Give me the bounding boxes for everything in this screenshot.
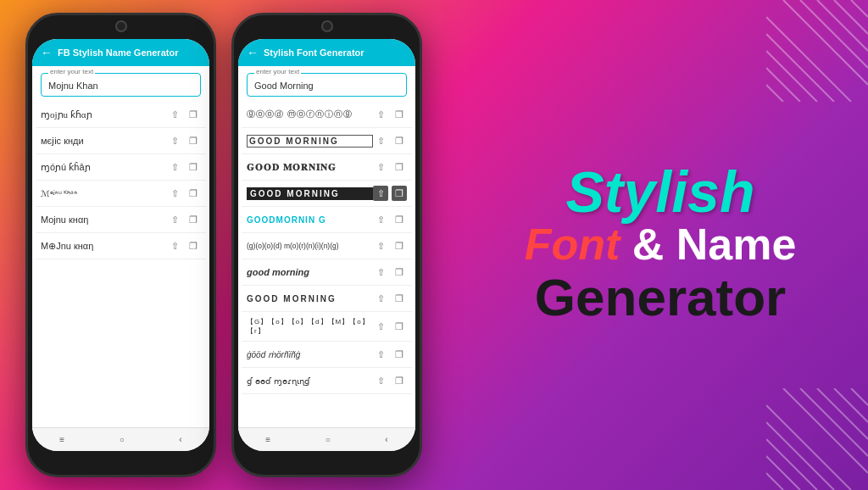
share-icon[interactable]: ⇧ (373, 291, 388, 306)
phone-1-bottom-nav: ≡ ○ ‹ (32, 427, 209, 451)
copy-icon[interactable]: ❐ (392, 186, 407, 201)
phone-2-input-label: enter your text (254, 68, 301, 75)
font-actions: ⇧ ❐ (373, 238, 407, 253)
font-display-teal: GOODMORNIN G (247, 215, 373, 225)
brand-and-name: & Name (632, 220, 797, 269)
font-actions: ⇧ ❐ (167, 186, 201, 201)
share-icon[interactable]: ⇧ (373, 159, 388, 175)
list-item: Mojnu кнαη ⇧ ❐ (36, 207, 206, 233)
menu-icon[interactable]: ≡ (265, 435, 270, 444)
menu-icon[interactable]: ≡ (59, 435, 64, 444)
brand-line1: Stylish (504, 163, 817, 220)
font-actions: ⇧ ❐ (373, 133, 407, 148)
share-icon[interactable]: ⇧ (373, 133, 388, 148)
font-actions: ⇧ ❐ (167, 133, 201, 148)
svg-line-19 (766, 473, 783, 490)
share-icon[interactable]: ⇧ (167, 159, 182, 175)
share-icon[interactable]: ⇧ (167, 107, 182, 122)
copy-icon[interactable]: ❐ (186, 107, 201, 122)
font-actions: ⇧ ❐ (167, 238, 201, 253)
phone-1-back-arrow[interactable]: ← (41, 46, 53, 59)
brand-font-word: Font (525, 220, 620, 269)
list-item: GOOD MORNING ⇧ ❐ (242, 128, 412, 154)
phone-2-camera (321, 20, 333, 32)
font-display-fancy2: ɠ ɵɵɗ ɱɵɾɳɩɳɠ (247, 376, 373, 386)
share-icon[interactable]: ⇧ (373, 373, 388, 388)
phone-2-font-list: ⓖⓞⓞⓓ ⓜⓞⓡⓝⓘⓝⓖ ⇧ ❐ GOOD MORNING ⇧ ❐ 𝐆𝐎𝐎𝐃 𝐌… (238, 102, 415, 427)
list-item: GOODMORNIN G ⇧ ❐ (242, 207, 412, 233)
phone-2-bottom-nav: ≡ ○ ‹ (238, 427, 415, 451)
share-icon[interactable]: ⇧ (167, 186, 182, 201)
share-icon[interactable]: ⇧ (167, 133, 182, 148)
list-item: мєϳiс кнди ⇧ ❐ (36, 128, 206, 154)
list-item: ġööd ṁörñïñġ ⇧ ❐ (242, 342, 412, 368)
share-icon[interactable]: ⇧ (373, 264, 388, 280)
svg-line-6 (766, 34, 834, 102)
home-icon[interactable]: ○ (326, 435, 331, 444)
font-display-bold: 𝐆𝐎𝐎𝐃 𝐌𝐎𝐑𝐍𝐈𝐍𝐆 (247, 162, 373, 173)
font-display: M⊕Jnu кнαη (41, 241, 167, 252)
svg-line-0 (783, 0, 868, 85)
svg-line-18 (766, 456, 800, 490)
font-actions: ⇧ ❐ (373, 107, 407, 122)
back-nav-icon[interactable]: ‹ (179, 435, 181, 444)
list-item: M⊕Jnu кнαη ⇧ ❐ (36, 233, 206, 259)
phone-1-input[interactable] (48, 81, 193, 91)
phone-1: ← FB Stylish Name Generator enter your t… (25, 13, 216, 477)
list-item: ɱóɲú ƙĥâɲ ⇧ ❐ (36, 154, 206, 181)
svg-line-13 (834, 388, 868, 422)
copy-icon[interactable]: ❐ (392, 107, 407, 122)
font-display-block: GOOD MORNING (247, 187, 373, 200)
phone-2: ← Stylish Font Generator enter your text… (231, 13, 422, 477)
copy-icon[interactable]: ❐ (392, 212, 407, 227)
copy-icon[interactable]: ❐ (392, 319, 407, 334)
list-item: GOOD MORNING ⇧ ❐ (242, 181, 412, 207)
copy-icon[interactable]: ❐ (186, 238, 201, 253)
copy-icon[interactable]: ❐ (186, 186, 201, 201)
copy-icon[interactable]: ❐ (392, 373, 407, 388)
copy-icon[interactable]: ❐ (392, 347, 407, 362)
svg-line-15 (766, 405, 851, 490)
phone-1-input-label: enter your text (48, 68, 95, 75)
copy-icon[interactable]: ❐ (392, 159, 407, 175)
font-actions: ⇧ ❐ (373, 264, 407, 280)
copy-icon[interactable]: ❐ (392, 238, 407, 253)
phone-2-back-arrow[interactable]: ← (247, 46, 259, 59)
font-actions: ⇧ ❐ (373, 212, 407, 227)
copy-icon[interactable]: ❐ (392, 264, 407, 280)
share-icon[interactable]: ⇧ (167, 212, 182, 227)
copy-icon[interactable]: ❐ (186, 212, 201, 227)
phone-1-header: ← FB Stylish Name Generator (32, 39, 209, 66)
copy-icon[interactable]: ❐ (392, 133, 407, 148)
phone-2-input-wrapper: enter your text (247, 73, 407, 97)
phone-2-input[interactable] (254, 81, 399, 91)
share-icon[interactable]: ⇧ (373, 238, 388, 253)
phone-1-title: FB Stylish Name Generator (58, 47, 178, 58)
font-display: мєϳiс кнди (41, 136, 167, 147)
share-icon[interactable]: ⇧ (373, 212, 388, 227)
share-icon[interactable]: ⇧ (373, 186, 388, 201)
font-actions: ⇧ ❐ (167, 212, 201, 227)
font-display-caps: GOOD MORNING (247, 294, 373, 303)
list-item: GOOD MORNING ⇧ ❐ (242, 286, 412, 312)
copy-icon[interactable]: ❐ (186, 133, 201, 148)
home-icon[interactable]: ○ (120, 435, 125, 444)
share-icon[interactable]: ⇧ (373, 319, 388, 334)
phone-1-font-list: ɱojɲu ƙɦαɲ ⇧ ❐ мєϳiс кнди ⇧ ❐ ɱóɲú ƙĥâɲ (32, 102, 209, 427)
share-icon[interactable]: ⇧ (373, 107, 388, 122)
phones-container: ← FB Stylish Name Generator enter your t… (25, 13, 422, 477)
list-item: ℳᵒʲⁿᵘ ᴷʰᵃⁿ ⇧ ❐ (36, 181, 206, 207)
phone-2-input-area: enter your text (238, 66, 415, 102)
svg-line-10 (783, 388, 868, 473)
font-display-paren: (g)(o)(o)(d) m(o)(r)(n)(i)(n)(g) (247, 242, 373, 250)
svg-line-1 (800, 0, 868, 68)
share-icon[interactable]: ⇧ (167, 238, 182, 253)
phone-2-screen: ← Stylish Font Generator enter your text… (238, 39, 415, 451)
copy-icon[interactable]: ❐ (392, 291, 407, 306)
share-icon[interactable]: ⇧ (373, 347, 388, 362)
back-nav-icon[interactable]: ‹ (385, 435, 387, 444)
font-actions: ⇧ ❐ (373, 319, 407, 334)
font-display-circled: ⓖⓞⓞⓓ ⓜⓞⓡⓝⓘⓝⓖ (247, 109, 373, 120)
copy-icon[interactable]: ❐ (186, 159, 201, 175)
brand-line3: Generator (504, 270, 817, 327)
